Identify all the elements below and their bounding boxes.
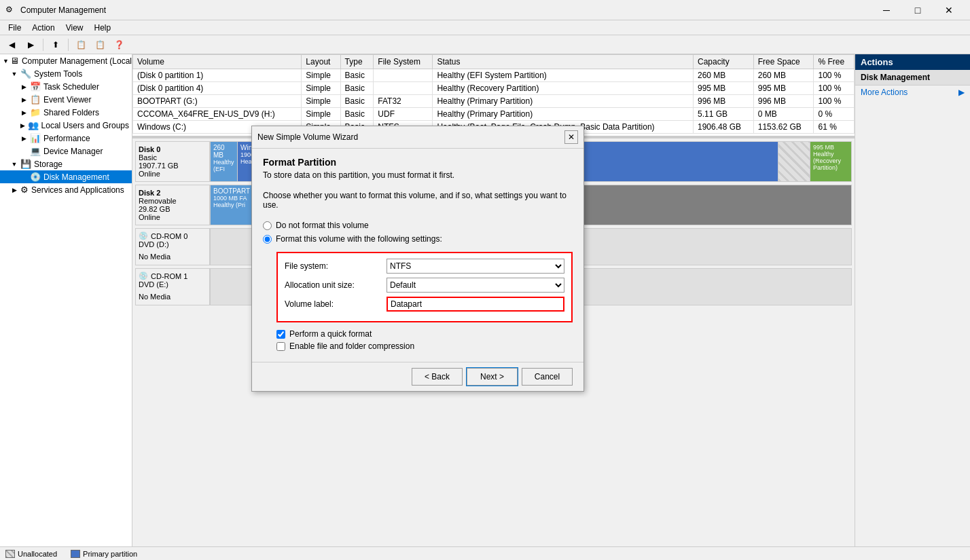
dialog-close-button[interactable]: ✕ [564,130,578,144]
up-button[interactable]: ⬆ [47,37,65,52]
next-button[interactable]: Next > [467,368,518,386]
close-button[interactable]: ✕ [933,0,965,20]
radio-no-format[interactable]: Do not format this volume [263,221,573,230]
quick-format-row[interactable]: Perform a quick format [276,329,573,339]
table-cell: 100 % [814,95,855,108]
table-row[interactable]: BOOTPART (G:)SimpleBasicFAT32Healthy (Pr… [133,95,855,108]
disk0-recovery-status: Healthy (Recovery Partition) [813,151,848,171]
app-icon: ⚙ [5,5,16,16]
disk0-unalloc[interactable] [778,142,810,181]
expand-perf[interactable]: ▶ [19,134,29,143]
sidebar-item-event-viewer[interactable]: ▶ 📋 Event Viewer [0,93,132,106]
expand-event[interactable]: ▶ [19,95,29,105]
sidebar-item-storage[interactable]: ▼ 💾 Storage [0,157,132,170]
menu-help[interactable]: Help [89,22,117,34]
quick-format-label: Perform a quick format [289,329,372,339]
back-button[interactable]: ◀ [3,37,20,52]
radio-yes-input[interactable] [263,235,272,244]
sidebar-item-local-users[interactable]: ▶ 👥 Local Users and Groups [0,119,132,132]
expand-shared[interactable]: ▶ [19,108,29,117]
expand-services[interactable]: ▶ [10,185,19,195]
compress-checkbox[interactable] [276,342,285,351]
disk2-name: Disk 2 [139,189,206,197]
quick-format-checkbox[interactable] [276,330,285,339]
vol-label-input[interactable] [387,297,564,312]
cdrom1-name: CD-ROM 1 [151,272,187,280]
disk2-info: Disk 2 Removable 29.82 GB Online [135,185,210,225]
menu-action[interactable]: Action [26,22,60,34]
more-actions-item[interactable]: More Actions ▶ [855,86,970,99]
help-button[interactable]: ❓ [110,37,128,52]
more-actions-label: More Actions [861,88,908,97]
sidebar-item-shared-folders[interactable]: ▶ 📁 Shared Folders [0,106,132,119]
radio-no-input[interactable] [263,221,272,230]
format-settings: File system: NTFS Allocation unit size: … [276,252,573,322]
table-cell: 996 MB [753,95,814,108]
back-button[interactable]: < Back [412,368,463,386]
menu-view[interactable]: View [60,22,89,34]
table-row[interactable]: (Disk 0 partition 4)SimpleBasicHealthy (… [133,82,855,95]
expand-system-tools[interactable]: ▼ [10,69,19,79]
forward-button[interactable]: ▶ [22,37,39,52]
cdrom0-name: CD-ROM 0 [151,232,187,240]
format-partition-dialog[interactable]: New Simple Volume Wizard ✕ Format Partit… [251,126,584,392]
expand-device[interactable] [19,147,29,156]
unalloc-box [5,550,15,558]
legend-primary: Primary partition [71,550,137,558]
properties-button[interactable]: 📋 [91,37,109,52]
task-icon: 📅 [30,81,41,92]
radio-yes-format[interactable]: Format this volume with the following se… [263,234,573,244]
col-type[interactable]: Type [340,55,374,69]
menu-bar: File Action View Help [0,20,970,35]
disk0-size: 1907.71 GB [139,162,206,170]
sidebar-item-task-scheduler[interactable]: ▶ 📅 Task Scheduler [0,80,132,93]
sidebar: ▼ 🖥 Computer Management (Local ▼ 🔧 Syste… [0,54,132,546]
cdrom1-drive: DVD (E:) [139,280,206,288]
menu-file[interactable]: File [3,22,26,34]
cancel-button[interactable]: Cancel [522,368,573,386]
disk0-part1-status: Healthy (EFI [213,159,234,172]
table-row[interactable]: CCCOMA_X64FRE_EN-US_DV9 (H:)SimpleBasicU… [133,108,855,121]
storage-icon: 💾 [20,159,31,169]
expand-users[interactable]: ▶ [19,121,26,130]
table-cell: Healthy (EFI System Partition) [433,69,694,82]
table-row[interactable]: (Disk 0 partition 1)SimpleBasicHealthy (… [133,69,855,82]
action-section-title: Disk Management [855,70,970,86]
expand-disk[interactable] [19,172,29,182]
expand-storage[interactable]: ▼ [10,160,19,169]
col-free[interactable]: Free Space [753,55,814,69]
fs-row: File system: NTFS [285,259,564,274]
show-hide-button[interactable]: 📋 [72,37,90,52]
maximize-button[interactable]: □ [902,0,933,20]
col-fs[interactable]: File System [374,55,433,69]
table-cell: Basic [340,82,374,95]
shared-icon: 📁 [30,107,41,117]
col-status[interactable]: Status [433,55,694,69]
disk0-recovery[interactable]: 995 MB Healthy (Recovery Partition) [810,142,851,181]
dialog-title: New Simple Volume Wizard [257,132,358,142]
sidebar-item-device-manager[interactable]: 💻 Device Manager [0,145,132,157]
fs-select[interactable]: NTFS [387,259,564,274]
device-icon: 💻 [30,146,41,156]
table-cell [374,69,433,82]
disk0-part1[interactable]: 260 MB Healthy (EFI [211,142,238,181]
radio-group: Do not format this volume Format this vo… [263,221,573,244]
alloc-select[interactable]: Default [387,278,564,293]
expand-root[interactable]: ▼ [3,56,9,66]
col-volume[interactable]: Volume [133,55,302,69]
sidebar-root[interactable]: ▼ 🖥 Computer Management (Local [0,54,132,67]
col-layout[interactable]: Layout [302,55,340,69]
col-pct[interactable]: % Free [814,55,855,69]
sidebar-item-services[interactable]: ▶ ⚙ Services and Applications [0,183,132,196]
minimize-button[interactable]: ─ [871,0,902,20]
table-cell: Simple [302,82,340,95]
sidebar-item-performance[interactable]: ▶ 📊 Performance [0,132,132,145]
sidebar-item-system-tools[interactable]: ▼ 🔧 System Tools [0,67,132,80]
col-capacity[interactable]: Capacity [694,55,754,69]
primary-box [71,550,80,558]
cdrom1-info: 💿 CD-ROM 1 DVD (E:) No Media [135,268,210,305]
expand-task[interactable]: ▶ [19,82,29,92]
toolbar-separator-1 [43,39,43,51]
compress-row[interactable]: Enable file and folder compression [276,341,573,351]
sidebar-item-disk-management[interactable]: 💿 Disk Management [0,170,132,183]
